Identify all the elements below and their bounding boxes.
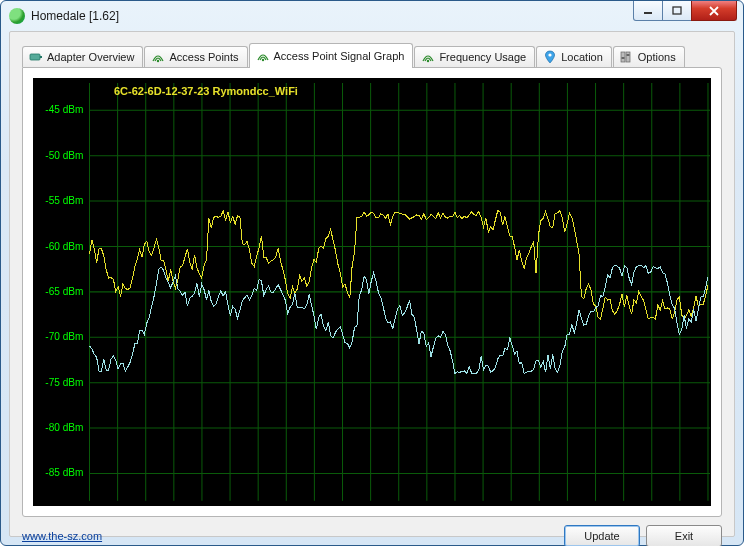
app-window: Homedale [1.62] Adapter OverviewAccess P… [0, 0, 744, 546]
chart-legend: 6C-62-6D-12-37-23 Rymondcc_WiFi [114, 85, 298, 97]
svg-point-6 [427, 60, 429, 62]
svg-point-5 [261, 59, 263, 61]
titlebar: Homedale [1.62] [1, 1, 743, 31]
tab-options[interactable]: Options [613, 46, 685, 67]
svg-rect-1 [673, 7, 681, 14]
svg-text:-65 dBm: -65 dBm [45, 286, 83, 297]
svg-text:-75 dBm: -75 dBm [45, 377, 83, 388]
signal-icon [256, 49, 270, 63]
svg-rect-10 [621, 57, 624, 59]
tab-label: Access Point Signal Graph [274, 50, 405, 62]
svg-text:-50 dBm: -50 dBm [45, 150, 83, 161]
svg-text:-85 dBm: -85 dBm [45, 467, 83, 478]
options-icon [620, 50, 634, 64]
svg-text:-80 dBm: -80 dBm [45, 422, 83, 433]
svg-rect-0 [644, 12, 652, 14]
tab-location[interactable]: Location [536, 46, 612, 67]
maximize-button[interactable] [662, 1, 692, 21]
svg-rect-11 [626, 54, 629, 56]
update-button[interactable]: Update [564, 525, 640, 546]
maximize-icon [672, 6, 682, 16]
signal-chart: -45 dBm-50 dBm-55 dBm-60 dBm-65 dBm-70 d… [33, 78, 711, 506]
minimize-button[interactable] [633, 1, 663, 21]
minimize-icon [643, 6, 653, 16]
tab-label: Frequency Usage [439, 51, 526, 63]
tab-adapter-overview[interactable]: Adapter Overview [22, 46, 143, 67]
close-icon [708, 6, 720, 16]
signal-icon [151, 50, 165, 64]
svg-text:-55 dBm: -55 dBm [45, 195, 83, 206]
tab-label: Adapter Overview [47, 51, 134, 63]
svg-text:-45 dBm: -45 dBm [45, 104, 83, 115]
signal-icon [421, 50, 435, 64]
window-title: Homedale [1.62] [31, 9, 119, 23]
svg-rect-3 [40, 56, 42, 58]
close-button[interactable] [691, 1, 737, 21]
tab-frequency-usage[interactable]: Frequency Usage [414, 46, 535, 67]
adapter-icon [29, 50, 43, 64]
exit-button[interactable]: Exit [646, 525, 722, 546]
svg-rect-2 [30, 54, 40, 60]
client-area: Adapter OverviewAccess PointsAccess Poin… [9, 31, 735, 537]
window-controls [634, 1, 737, 21]
tab-access-point-signal-graph[interactable]: Access Point Signal Graph [249, 43, 414, 68]
tab-label: Access Points [169, 51, 238, 63]
website-link[interactable]: www.the-sz.com [22, 530, 102, 542]
tab-label: Options [638, 51, 676, 63]
tab-body: -45 dBm-50 dBm-55 dBm-60 dBm-65 dBm-70 d… [22, 67, 722, 517]
chart-svg: -45 dBm-50 dBm-55 dBm-60 dBm-65 dBm-70 d… [34, 79, 710, 505]
tab-label: Location [561, 51, 603, 63]
app-icon [9, 8, 25, 24]
svg-point-7 [549, 53, 552, 56]
svg-text:-60 dBm: -60 dBm [45, 240, 83, 251]
footer: www.the-sz.com Update Exit [22, 525, 722, 546]
tab-strip: Adapter OverviewAccess PointsAccess Poin… [22, 42, 722, 67]
tab-access-points[interactable]: Access Points [144, 46, 247, 67]
svg-rect-9 [626, 52, 630, 62]
svg-text:-70 dBm: -70 dBm [45, 331, 83, 342]
pin-icon [543, 50, 557, 64]
svg-point-4 [157, 60, 159, 62]
